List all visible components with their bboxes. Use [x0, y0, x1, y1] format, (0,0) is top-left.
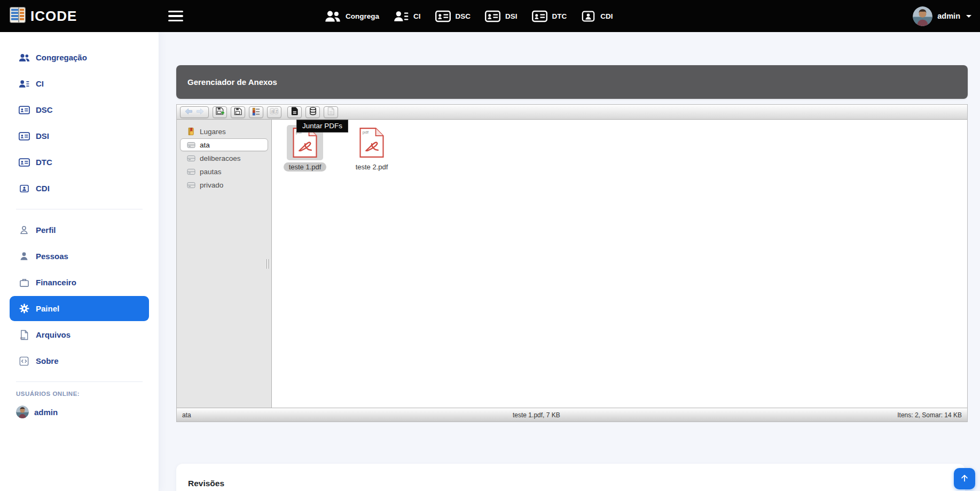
tree-item-deliberacoes[interactable]: deliberacoes	[180, 152, 268, 165]
user-lines-icon	[394, 10, 409, 22]
revisions-card: Revisões	[176, 464, 965, 491]
sidebar-item-label: DSC	[36, 105, 53, 114]
sidebar-item-label: Painel	[36, 304, 59, 313]
sidebar-item-label: Arquivos	[36, 330, 70, 339]
file-teste-2-pdf[interactable]: pdf teste 2.pdf	[340, 123, 404, 172]
sidebar-item-arquivos[interactable]: PDF Arquivos	[0, 322, 159, 348]
tree-item-lugares[interactable]: Lugares	[180, 125, 268, 138]
nav-item-label: DSC	[456, 12, 471, 20]
scroll-to-top-button[interactable]	[954, 468, 975, 489]
book-icon	[187, 127, 196, 136]
users-icon	[18, 53, 30, 62]
id-card-icon	[532, 10, 547, 22]
tree-item-label: privado	[200, 181, 223, 189]
portrait-icon	[18, 184, 30, 193]
folder-icon	[187, 155, 196, 162]
avatar	[16, 406, 29, 418]
online-user-admin[interactable]: admin	[16, 406, 159, 418]
nav-item-congrega[interactable]: Congrega	[325, 10, 379, 22]
sidebar-item-painel[interactable]: Painel	[10, 296, 149, 321]
save-button[interactable]	[231, 106, 245, 118]
sidebar-item-dtc[interactable]: DTC	[0, 149, 159, 175]
arrow-right-icon	[196, 108, 205, 116]
portrait-icon	[581, 10, 595, 22]
sidebar-item-label: DSI	[36, 131, 49, 141]
file-name: teste 1.pdf	[284, 162, 327, 172]
sidebar-item-congregacao[interactable]: Congregação	[0, 44, 159, 71]
file-pdf-icon: PDF	[18, 330, 30, 340]
document-icon	[291, 107, 298, 117]
id-card-icon	[435, 10, 451, 22]
tree-resize-handle[interactable]	[265, 259, 271, 269]
tree-item-privado[interactable]: privado	[180, 178, 268, 191]
svg-text:z: z	[276, 108, 278, 114]
nav-item-cdi[interactable]: CDI	[581, 10, 613, 22]
brand-name: ICODE	[30, 8, 77, 25]
status-current-folder: ata	[177, 411, 191, 419]
sidebar-divider	[16, 381, 143, 382]
page-title: Gerenciador de Anexos	[187, 77, 277, 87]
file-manager: az Lugares ata	[176, 104, 968, 422]
user-solid-icon	[18, 251, 30, 261]
sidebar-item-financeiro[interactable]: Financeiro	[0, 269, 159, 295]
file-manager-toolbar: az	[177, 105, 967, 120]
sidebar-item-perfil[interactable]: Perfil	[0, 217, 159, 243]
sidebar-item-dsi[interactable]: DSI	[0, 123, 159, 149]
menu-toggle-icon[interactable]	[168, 9, 184, 24]
save-add-button[interactable]	[213, 106, 227, 118]
id-card-icon	[18, 132, 30, 141]
file-list: pdf teste 1.pdf pdf teste 2.pdf	[272, 120, 967, 408]
sidebar-item-dsc[interactable]: DSC	[0, 97, 159, 123]
nav-item-dtc[interactable]: DTC	[532, 10, 567, 22]
nav-item-ci[interactable]: CI	[394, 10, 421, 22]
online-user-name: admin	[34, 408, 58, 417]
history-nav-group[interactable]	[180, 106, 209, 118]
tree-item-label: deliberacoes	[200, 154, 241, 162]
online-users-label: USUÁRIOS ONLINE:	[16, 391, 159, 397]
sidebar-item-label: Congregação	[36, 53, 87, 62]
new-doc-button[interactable]	[287, 106, 302, 118]
sidebar-divider	[16, 209, 143, 209]
file-manager-body: Lugares ata deliberacoes pautas privado	[177, 120, 967, 408]
attachments-panel-header: Gerenciador de Anexos	[176, 65, 968, 99]
folder-tree: Lugares ata deliberacoes pautas privado	[177, 120, 272, 408]
tree-item-ata[interactable]: ata	[180, 138, 268, 151]
brand[interactable]: ICODE	[10, 0, 77, 32]
svg-text:pdf: pdf	[363, 130, 369, 135]
arrow-left-icon	[184, 108, 193, 116]
file-manager-statusbar: ata teste 1.pdf, 7 KB Itens: 2, Somar: 1…	[177, 408, 967, 422]
folder-icon	[187, 168, 196, 175]
sidebar-item-sobre[interactable]: Sobre	[0, 348, 159, 374]
users-icon	[325, 10, 341, 22]
nav-item-dsi[interactable]: DSI	[485, 10, 518, 22]
sidebar-item-label: CI	[36, 79, 44, 88]
user-name: admin	[937, 12, 960, 20]
revisions-title: Revisões	[188, 479, 224, 488]
sidebar-item-label: Pessoas	[36, 252, 68, 261]
nav-item-label: Congrega	[346, 12, 379, 20]
database-icon	[309, 107, 317, 117]
id-card-icon	[485, 10, 500, 22]
sort-az-icon: az	[270, 107, 279, 116]
juntar-pdfs-button[interactable]	[305, 106, 320, 118]
user-menu[interactable]: admin	[913, 0, 971, 32]
sidebar-item-cdi[interactable]: CDI	[0, 175, 159, 201]
sidebar-item-ci[interactable]: CI	[0, 71, 159, 97]
code-square-icon	[18, 356, 30, 366]
brand-logo-icon	[10, 7, 26, 25]
tree-item-label: ata	[200, 141, 210, 149]
sidebar-item-pessoas[interactable]: Pessoas	[0, 243, 159, 269]
chevron-down-icon	[966, 15, 971, 18]
sidebar-item-label: DTC	[36, 158, 52, 167]
id-card-icon	[18, 106, 30, 114]
sidebar-item-label: Perfil	[36, 225, 56, 235]
view-list-button[interactable]	[249, 106, 263, 118]
tree-item-pautas[interactable]: pautas	[180, 165, 268, 178]
doc-copy-button[interactable]	[324, 106, 338, 118]
tooltip-juntar-pdfs: Juntar PDFs	[296, 120, 348, 133]
sidebar-item-label: CDI	[36, 184, 50, 193]
sidebar-item-label: Financeiro	[36, 278, 76, 287]
sort-button[interactable]: az	[267, 106, 281, 118]
list-view-icon	[252, 107, 260, 117]
nav-item-dsc[interactable]: DSC	[435, 10, 471, 22]
